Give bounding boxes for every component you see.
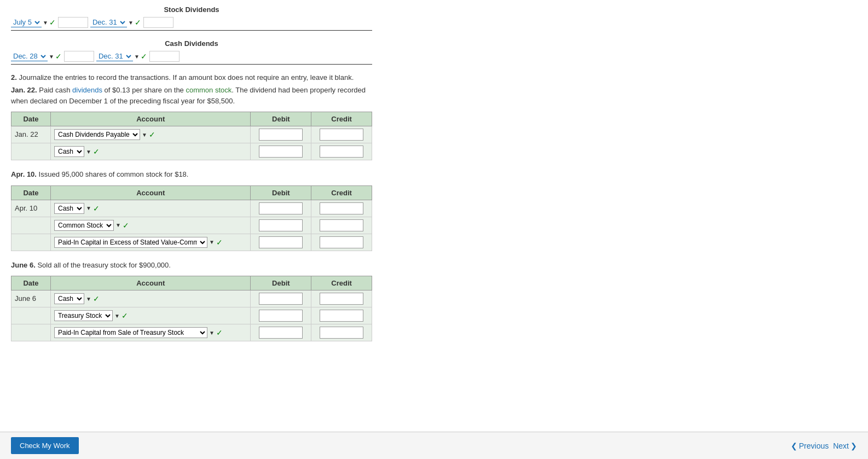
chevron-right-icon: ❯ [850, 441, 857, 450]
apr10-account2-arrow: ▼ [115, 222, 121, 228]
apr10-account1-select[interactable]: Cash [54, 203, 84, 214]
content-area: Stock Dividends July 5 ▼ ✓ Dec. 31 ▼ ✓ C… [0, 0, 383, 394]
apr10-account3-arrow: ▼ [209, 239, 215, 245]
june6-account2-cell: Treasury Stock ▼ ✓ [50, 307, 250, 324]
stock-div-date2-select[interactable]: Dec. 31 [90, 18, 127, 27]
page-wrapper: Stock Dividends July 5 ▼ ✓ Dec. 31 ▼ ✓ C… [0, 0, 868, 459]
june6-date-empty1 [11, 307, 51, 324]
jan22-account1-arrow: ▼ [142, 132, 147, 138]
june6-debit2-cell [251, 307, 311, 324]
previous-label: Previous [799, 441, 829, 450]
th-credit-2: Credit [311, 185, 372, 200]
apr10-debit3-input[interactable] [259, 236, 303, 248]
jan22-account1-select[interactable]: Cash Dividends Payable [54, 129, 140, 140]
apr10-account3-select[interactable]: Paid-In Capital in Excess of Stated Valu… [54, 237, 207, 248]
jan22-credit1-cell [311, 126, 372, 143]
jan22-credit1-input[interactable] [320, 129, 363, 141]
next-button[interactable]: Next ❯ [833, 441, 857, 450]
jan22-account2-cell: Cash ▼ ✓ [50, 143, 250, 160]
table-row: Cash ▼ ✓ [11, 143, 372, 160]
jan22-account1-check: ✓ [149, 130, 155, 139]
cash-div-date1-check: ✓ [55, 52, 62, 61]
stock-dividends-title: Stock Dividends [11, 5, 372, 14]
june6-account3-check: ✓ [216, 328, 223, 337]
jan22-debit2-cell [251, 143, 311, 160]
th-account-1: Account [50, 112, 250, 126]
apr10-debit2-cell [251, 217, 311, 234]
june6-credit2-cell [311, 307, 372, 324]
cash-div-amount2-input[interactable] [149, 51, 180, 62]
june6-account2-wrapper: Treasury Stock ▼ ✓ [54, 310, 247, 321]
apr10-credit1-input[interactable] [320, 202, 363, 214]
cash-div-date2-select[interactable]: Dec. 31 [96, 51, 133, 61]
jan22-table: Date Account Debit Credit Jan. 22 Cash D… [11, 112, 372, 160]
apr10-credit2-input[interactable] [320, 219, 363, 231]
june6-credit1-input[interactable] [320, 293, 363, 305]
june6-credit2-input[interactable] [320, 310, 363, 322]
june6-description: June 6. Sold all of the treasury stock f… [11, 260, 372, 271]
jan22-credit2-cell [311, 143, 372, 160]
apr10-account1-cell: Cash ▼ ✓ [50, 200, 250, 217]
jan22-account1-wrapper: Cash Dividends Payable ▼ ✓ [54, 129, 247, 140]
june6-credit3-cell [311, 324, 372, 341]
june6-account3-select[interactable]: Paid-In Capital from Sale of Treasury St… [54, 327, 207, 338]
th-debit-2: Debit [251, 185, 311, 200]
june6-date: June 6 [11, 290, 51, 307]
apr10-date-empty2 [11, 234, 51, 251]
th-account-2: Account [50, 185, 250, 200]
june6-account1-check: ✓ [93, 294, 100, 303]
check-my-work-button[interactable]: Check My Work [11, 437, 79, 454]
apr10-account2-select[interactable]: Common Stock [54, 220, 114, 231]
june6-credit1-cell [311, 290, 372, 307]
june6-debit1-input[interactable] [259, 293, 303, 305]
instruction-text: 2. Journalize the entries to record the … [11, 73, 372, 82]
apr10-credit3-cell [311, 234, 372, 251]
jan22-credit2-input[interactable] [320, 146, 363, 158]
jan22-date-empty [11, 143, 51, 160]
th-debit-1: Debit [251, 112, 311, 126]
stock-div-date1-check: ✓ [49, 18, 56, 27]
table-row: June 6 Cash ▼ ✓ [11, 290, 372, 307]
th-debit-3: Debit [251, 276, 311, 290]
stock-div-date1-select[interactable]: July 5 [11, 18, 42, 27]
jan22-account2-select[interactable]: Cash [54, 146, 84, 157]
apr10-account1-check: ✓ [93, 204, 100, 213]
stock-div-amount1-input[interactable] [58, 17, 88, 28]
june6-account2-check: ✓ [121, 311, 128, 320]
th-date-3: Date [11, 276, 51, 290]
apr10-credit2-cell [311, 217, 372, 234]
apr10-account3-wrapper: Paid-In Capital in Excess of Stated Valu… [54, 237, 247, 248]
stock-div-amount2-input[interactable] [143, 17, 173, 28]
bottom-bar: Check My Work ❮ Previous Next ❯ [0, 432, 868, 459]
cash-dividends-date-row: Dec. 28 ▼ ✓ Dec. 31 ▼ ✓ [11, 51, 372, 65]
th-credit-1: Credit [311, 112, 372, 126]
th-credit-3: Credit [311, 276, 372, 290]
stock-div-date2-check: ✓ [135, 18, 141, 27]
apr10-account3-check: ✓ [216, 238, 223, 247]
previous-button[interactable]: ❮ Previous [791, 441, 829, 450]
cash-div-date2-wrapper: Dec. 31 ▼ ✓ [96, 51, 147, 61]
june6-table: Date Account Debit Credit June 6 Cash ▼ [11, 276, 372, 341]
cash-div-amount1-input[interactable] [64, 51, 94, 62]
th-account-3: Account [50, 276, 250, 290]
nav-buttons: ❮ Previous Next ❯ [791, 441, 857, 450]
jan22-account2-wrapper: Cash ▼ ✓ [54, 146, 247, 157]
cash-div-date1-select[interactable]: Dec. 28 [11, 51, 48, 61]
stock-dividends-date-row: July 5 ▼ ✓ Dec. 31 ▼ ✓ [11, 17, 372, 31]
june6-debit2-input[interactable] [259, 310, 303, 322]
apr10-debit1-cell [251, 200, 311, 217]
apr10-debit2-input[interactable] [259, 219, 303, 231]
june6-account1-select[interactable]: Cash [54, 293, 84, 304]
june6-credit3-input[interactable] [320, 327, 363, 339]
cash-dividends-title: Cash Dividends [11, 39, 372, 48]
apr10-account3-cell: Paid-In Capital in Excess of Stated Valu… [50, 234, 250, 251]
june6-account2-select[interactable]: Treasury Stock [54, 310, 113, 321]
june6-debit3-input[interactable] [259, 327, 303, 339]
apr10-debit1-input[interactable] [259, 202, 303, 214]
next-label: Next [833, 441, 849, 450]
june6-account3-cell: Paid-In Capital from Sale of Treasury St… [50, 324, 250, 341]
jan22-debit1-input[interactable] [259, 129, 303, 141]
jan22-debit2-input[interactable] [259, 146, 303, 158]
apr10-credit3-input[interactable] [320, 236, 363, 248]
apr10-account2-check: ✓ [123, 221, 129, 230]
